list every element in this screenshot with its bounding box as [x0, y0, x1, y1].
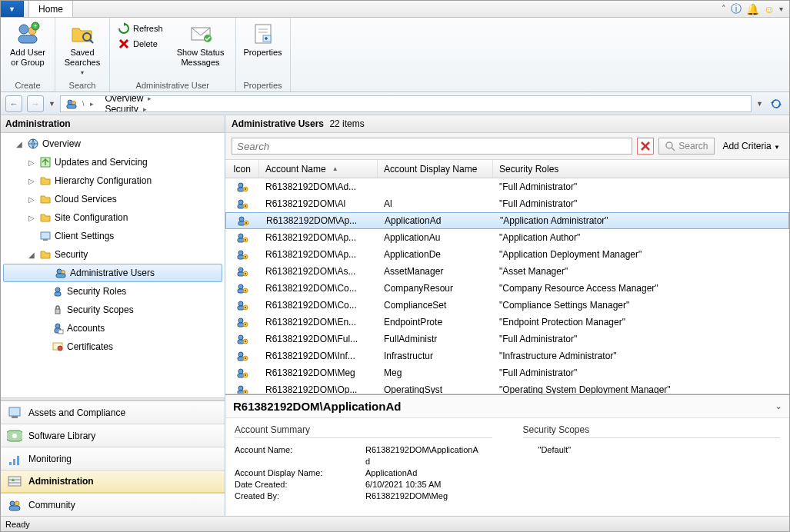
svg-rect-60: [245, 222, 247, 224]
node-icon: [52, 304, 64, 316]
table-row[interactable]: R61382192DOM\As...AssetManager"Asset Man…: [225, 263, 789, 280]
app-menu-button[interactable]: ▼: [1, 1, 24, 17]
svg-rect-30: [58, 330, 63, 334]
folder-icon: [39, 175, 52, 187]
expand-icon[interactable]: ▷: [27, 195, 36, 204]
tree-node-administrative-users[interactable]: Administrative Users: [3, 264, 222, 282]
tree-node-accounts[interactable]: Accounts: [1, 319, 225, 337]
saved-searches-button[interactable]: Saved Searches ▾: [60, 20, 105, 78]
table-row[interactable]: R61382192DOM\Co...CompanyResour"Company …: [225, 280, 789, 297]
table-row[interactable]: R61382192DOM\AlAl"Full Administrator": [225, 195, 789, 212]
delete-icon: [118, 38, 130, 50]
tree-node-cloud-services[interactable]: ▷Cloud Services: [1, 190, 225, 208]
wunderbar-community[interactable]: Community: [1, 493, 225, 516]
expand-icon[interactable]: ▷: [27, 158, 36, 167]
svg-point-42: [10, 501, 15, 506]
section-icon: [7, 497, 22, 513]
show-status-button[interactable]: Show Status Messages: [171, 20, 231, 68]
col-display-name[interactable]: Account Display Name: [378, 160, 493, 178]
table-row[interactable]: R61382192DOM\Co...ComplianceSet"Complian…: [225, 297, 789, 314]
wunderbar-software-library[interactable]: Software Library: [1, 424, 225, 447]
sort-asc-icon: ▲: [332, 165, 338, 172]
table-row[interactable]: R61382192DOM\Op...OperatingSyst"Operatin…: [225, 381, 789, 394]
forward-button[interactable]: →: [27, 95, 44, 112]
table-row[interactable]: R61382192DOM\En...EndpointProte"Endpoint…: [225, 314, 789, 331]
help-icon[interactable]: ⓘ: [731, 2, 742, 16]
col-security-roles[interactable]: Security Roles: [493, 160, 789, 178]
clear-search-button[interactable]: [637, 138, 654, 155]
breadcrumb[interactable]: \▸ Administration▸Overview▸Security▸Admi…: [60, 95, 752, 112]
tab-home[interactable]: Home: [28, 1, 73, 17]
svg-rect-84: [245, 324, 246, 325]
tree-node-site-configuration[interactable]: ▷Site Configuration: [1, 208, 225, 227]
ribbon-group-admin-user: Refresh Delete Show Status Messages Admi…: [110, 18, 236, 91]
col-icon[interactable]: Icon: [225, 160, 259, 178]
tree-node-client-settings[interactable]: Client Settings: [1, 227, 225, 245]
table-row[interactable]: R61382192DOM\Ap...ApplicationAd"Applicat…: [225, 212, 789, 229]
svg-rect-21: [43, 239, 48, 241]
detail-collapse-icon[interactable]: ⌄: [775, 402, 782, 411]
table-row[interactable]: R61382192DOM\Ap...ApplicationDe"Applicat…: [225, 246, 789, 263]
breadcrumb-root-icon[interactable]: \▸: [61, 96, 101, 111]
left-nav: Administration ◢ Overview ▷Updates and S…: [1, 115, 225, 516]
user-icon: [236, 299, 248, 311]
svg-rect-26: [55, 292, 61, 296]
tree-node-security-roles[interactable]: Security Roles: [1, 282, 225, 301]
search-input[interactable]: [232, 138, 632, 155]
tree-node-updates-and-servicing[interactable]: ▷Updates and Servicing: [1, 153, 225, 171]
user-pair-icon: [65, 98, 78, 110]
table-row[interactable]: R61382192DOM\Ad..."Full Administrator": [225, 178, 789, 195]
title-bar: ▼ Home ˄ ⓘ 🔔 ☺ ▾: [1, 1, 789, 18]
tree-node-overview[interactable]: ◢ Overview: [1, 135, 225, 153]
svg-point-81: [238, 318, 243, 323]
crumb-security[interactable]: Security▸: [100, 104, 194, 112]
col-account-name[interactable]: Account Name▲: [259, 160, 378, 178]
account-summary-section: Account Summary Account Name:R61382192DO…: [235, 424, 492, 510]
svg-rect-37: [13, 459, 15, 465]
user-icon: [236, 333, 248, 345]
smiley-icon[interactable]: ☺: [764, 3, 775, 15]
tree-node-certificates[interactable]: Certificates: [1, 337, 225, 356]
node-icon: [52, 341, 64, 353]
crumb-dropdown-icon[interactable]: ▼: [756, 100, 763, 108]
wunderbar-monitoring[interactable]: Monitoring: [1, 447, 225, 470]
wunderbar-assets-and-compliance[interactable]: Assets and Compliance: [1, 401, 225, 424]
table-row[interactable]: R61382192DOM\Inf...Infrastructur"Infrast…: [225, 347, 789, 364]
nav-refresh-button[interactable]: [768, 95, 785, 112]
bell-icon[interactable]: 🔔: [746, 3, 759, 15]
history-dropdown-icon[interactable]: ▼: [48, 100, 55, 108]
crumb-overview[interactable]: Overview▸: [100, 95, 194, 104]
svg-point-97: [238, 386, 243, 391]
add-user-button[interactable]: + Add User or Group: [5, 20, 50, 68]
table-row[interactable]: R61382192DOM\MegMeg"Full Administrator": [225, 364, 789, 381]
svg-point-69: [238, 268, 243, 272]
table-row[interactable]: R61382192DOM\Ful...FullAdministr"Full Ad…: [225, 331, 789, 347]
svg-point-49: [238, 183, 243, 188]
collapse-icon[interactable]: ◢: [27, 251, 36, 259]
delete-button[interactable]: Delete: [115, 37, 166, 51]
wunderbar-administration[interactable]: Administration: [1, 470, 225, 493]
table-row[interactable]: R61382192DOM\Ap...ApplicationAu"Applicat…: [225, 229, 789, 246]
chevron-down-icon[interactable]: ▾: [779, 5, 783, 13]
svg-rect-44: [9, 506, 20, 510]
add-criteria-button[interactable]: Add Criteria ▼: [719, 141, 783, 151]
tree-node-security[interactable]: ◢ Security: [1, 245, 225, 264]
expand-icon[interactable]: ▷: [27, 177, 36, 185]
svg-rect-96: [245, 374, 246, 376]
collapse-icon[interactable]: ◢: [15, 140, 24, 148]
chevron-up-icon[interactable]: ˄: [722, 4, 726, 14]
svg-point-73: [238, 284, 243, 289]
data-grid[interactable]: Icon Account Name▲ Account Display Name …: [225, 160, 789, 394]
properties-button[interactable]: Properties: [241, 20, 285, 58]
status-bar: Ready: [1, 516, 789, 531]
content-pane: Administrative Users 22 items Search Add…: [225, 115, 789, 516]
back-button[interactable]: ←: [5, 95, 22, 112]
refresh-button[interactable]: Refresh: [115, 22, 166, 35]
expand-icon[interactable]: ▷: [27, 214, 36, 222]
svg-rect-100: [245, 391, 246, 393]
tree-node-hierarchy-configuration[interactable]: ▷Hierarchy Configuration: [1, 171, 225, 190]
svg-point-22: [57, 269, 62, 274]
search-button[interactable]: Search: [658, 138, 715, 155]
tree-node-security-scopes[interactable]: Security Scopes: [1, 301, 225, 319]
svg-point-35: [12, 434, 17, 438]
